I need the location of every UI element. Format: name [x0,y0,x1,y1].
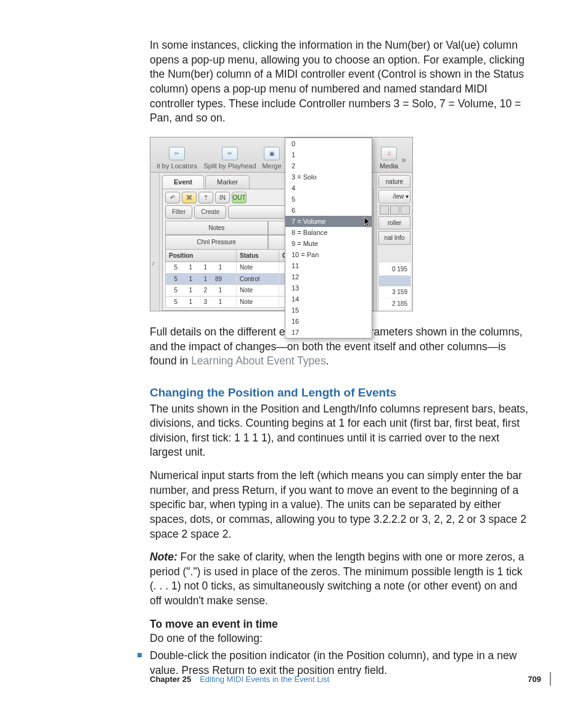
popup-item[interactable]: 6 [285,205,372,216]
toolbtn-label: Merge [262,162,281,171]
overflow-chevron-icon[interactable]: » [401,154,412,172]
gutter-glyph: ♪ [152,259,155,268]
scissors-icon: ✂ [169,147,185,160]
view-menu[interactable]: /iew ▾ [378,190,410,203]
popup-item[interactable]: 3 = Solo [285,171,372,183]
popup-item[interactable]: 4 [285,183,372,194]
toolbtn-label: it by Locators [157,162,197,171]
para-units: The units shown in the Position and Leng… [150,402,529,461]
popup-item[interactable]: 14 [285,293,372,305]
popup-item[interactable]: 10 = Pan [285,249,372,260]
create-button[interactable]: Create [194,205,226,219]
popup-item[interactable]: 16 [285,316,372,327]
task-heading: To move an event in time Do one of the f… [150,617,529,646]
popup-item[interactable]: 7 = Volume [285,216,372,227]
split-by-locators-button[interactable]: ✂ it by Locators [150,147,203,172]
tab-event[interactable]: Event [162,175,204,189]
midi-out-icon[interactable]: OUT [232,192,247,204]
cat-notes[interactable]: Notes [165,221,268,236]
tool-icon[interactable] [380,205,389,215]
link-icon[interactable]: ⌘ [182,192,197,204]
footer-crop-mark [550,672,551,686]
hierarchy-icon[interactable]: ⇡ [198,192,213,204]
back-icon[interactable]: ↶ [165,192,180,204]
section-heading: Changing the Position and Length of Even… [150,385,529,401]
controller-popup-menu[interactable]: 0123 = Solo4567 = Volume8 = Balance9 = M… [285,138,372,339]
popup-item[interactable]: 2 [285,160,372,171]
scissors-icon: ✂ [222,147,238,160]
popup-item[interactable]: 15 [285,305,372,316]
col-position[interactable]: Position [166,250,237,262]
tab-marker[interactable]: Marker [205,175,250,189]
value-column: 0 195 3 159 2 185 [378,263,410,311]
popup-item[interactable]: 12 [285,271,372,282]
cat-controller[interactable]: roller [378,216,410,230]
popup-item[interactable]: 11 [285,260,372,271]
popup-item[interactable]: 1 [285,149,372,160]
footer-chapter: Chapter 25 [150,675,191,684]
popup-item[interactable]: 9 = Mute [285,238,372,249]
screenshot-figure: ✂ it by Locators ✂ Split by Playhead ▣ M… [150,137,413,311]
page-footer: Chapter 25 Editing MIDI Events in the Ev… [150,671,551,686]
merge-icon: ▣ [264,147,280,160]
media-label: Media [380,162,398,171]
popup-item[interactable]: 17 [285,327,372,338]
footer-page-number: 709 [528,675,541,684]
learning-link[interactable]: Learning About Event Types [191,355,326,367]
popup-item[interactable]: 5 [285,194,372,205]
cat-chnl-pressure[interactable]: Chnl Pressure [165,235,268,250]
toolbtn-label: Split by Playhead [204,162,256,171]
tool-icon[interactable] [401,205,410,215]
midi-in-icon[interactable]: IN [215,192,230,204]
merge-button[interactable]: ▣ Merge [256,147,287,172]
tab-signature[interactable]: nature [378,175,410,189]
col-status[interactable]: Status [237,250,279,262]
para-input: Numerical input starts from the left (wh… [150,469,529,541]
split-by-playhead-button[interactable]: ✂ Split by Playhead [203,147,256,172]
media-button[interactable]: ♫ Media [377,147,401,172]
para-note: Note: For the sake of clarity, when the … [150,550,529,609]
popup-item[interactable]: 0 [285,138,372,149]
intro-paragraph: In some instances, clicking the informat… [150,38,529,126]
popup-item[interactable]: 8 = Balance [285,227,372,238]
footer-title: Editing MIDI Events in the Event List [200,675,329,684]
filter-button[interactable]: Filter [165,205,192,219]
cat-additional-info[interactable]: nal Info [378,231,410,245]
cursor-icon [364,216,372,228]
media-icon: ♫ [381,147,397,160]
tool-icon[interactable] [390,205,399,215]
popup-item[interactable]: 13 [285,282,372,293]
